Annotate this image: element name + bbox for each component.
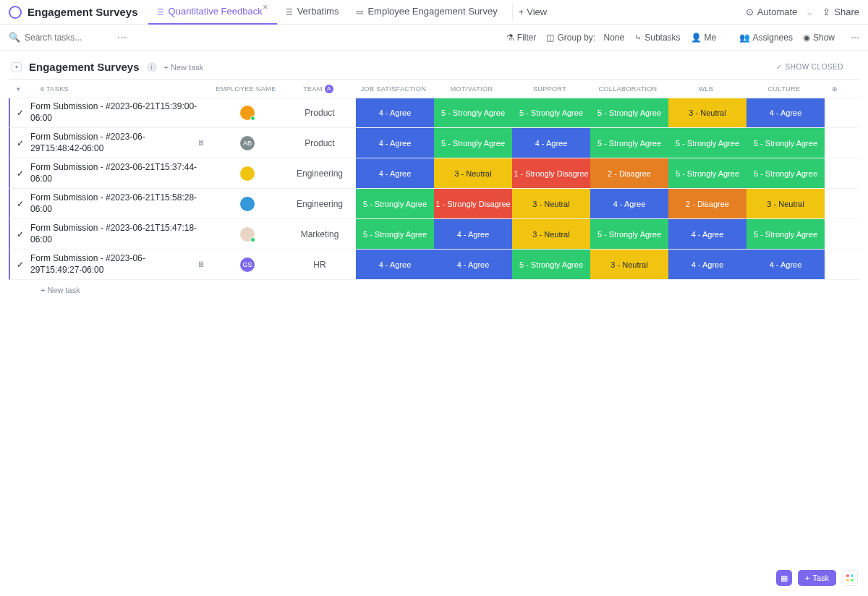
info-icon[interactable]: i [147,62,157,72]
rating-cell[interactable]: 3 - Neutral [512,219,590,249]
status-check[interactable]: ✓ [10,158,30,188]
rating-cell[interactable]: 5 - Strongly Agree [434,128,512,158]
status-check[interactable]: ✓ [10,219,30,249]
automate-button[interactable]: ⊙ Automate [746,7,798,17]
show-closed-label: SHOW CLOSED [785,63,843,71]
col-team[interactable]: TEAMA [282,85,354,93]
collapse-toggle[interactable]: ▾ [12,62,22,72]
team-cell[interactable]: HR [284,250,356,279]
rating-cell[interactable]: 5 - Strongly Agree [512,250,590,279]
rating-cell[interactable]: 4 - Agree [668,250,746,279]
rating-cell[interactable]: 4 - Agree [356,98,434,127]
col-job-satisfaction[interactable]: JOB SATISFACTION [354,85,433,93]
rating-cell[interactable]: 5 - Strongly Agree [590,219,668,249]
col-employee-name[interactable]: EMPLOYEE NAME [210,85,282,93]
status-check[interactable]: ✓ [10,189,30,218]
table-row[interactable]: ✓Form Submission - #2023-06-21T15:39:00-… [9,98,859,128]
employee-cell[interactable] [211,219,284,249]
rating-cell[interactable]: 4 - Agree [590,189,668,218]
rating-cell[interactable]: 5 - Strongly Agree [356,189,434,218]
employee-cell[interactable] [211,98,284,127]
rating-cell[interactable]: 5 - Strongly Agree [512,98,590,127]
table-row[interactable]: ✓Form Submission - #2023-06-21T15:37:44-… [9,158,859,189]
col-motivation[interactable]: MOTIVATION [433,85,511,93]
add-task-row[interactable]: + New task [9,280,859,294]
share-button[interactable]: ⇪ Share [822,7,859,17]
rating-cell[interactable]: 5 - Strongly Agree [746,219,825,249]
team-cell[interactable]: Product [284,128,356,158]
automate-dropdown[interactable] [807,7,812,17]
show-button[interactable]: ◉Show [803,33,835,43]
rating-cell[interactable]: 2 - Disagree [668,189,746,218]
col-culture[interactable]: CULTURE [745,85,823,93]
search-input[interactable] [25,33,111,43]
team-cell[interactable]: Product [284,98,356,127]
status-check[interactable]: ✓ [10,98,30,127]
rating-cell[interactable]: 4 - Agree [668,219,746,249]
task-name[interactable]: Form Submission - #2023-06-21T15:37:44-0… [30,158,211,188]
table-row[interactable]: ✓Form Submission - #2023-06-29T15:49:27-… [9,250,859,280]
task-name[interactable]: Form Submission - #2023-06-29T15:48:42-0… [30,128,211,158]
employee-cell[interactable]: AB [211,128,284,158]
tab-employee-engagement-survey[interactable]: Employee Engagement Survey [347,0,506,25]
rating-cell[interactable]: 2 - Disagree [590,158,668,188]
task-name[interactable]: Form Submission - #2023-06-21T15:58:28-0… [30,189,211,218]
rating-cell[interactable]: 3 - Neutral [746,189,825,218]
table-row[interactable]: ✓Form Submission - #2023-06-21T15:47:18-… [9,219,859,250]
check-icon: ✓ [17,138,24,148]
task-name[interactable]: Form Submission - #2023-06-21T15:47:18-0… [30,219,211,249]
table-row[interactable]: ✓Form Submission - #2023-06-29T15:48:42-… [9,128,859,158]
rating-cell[interactable]: 4 - Agree [512,128,590,158]
rating-cell[interactable]: 1 - Strongly Disagree [434,189,512,218]
rating-cell[interactable]: 5 - Strongly Agree [746,158,825,188]
more-options[interactable]: ⋯ [851,33,859,43]
rating-cell[interactable]: 5 - Strongly Agree [590,128,668,158]
rating-cell[interactable]: 4 - Agree [746,98,825,127]
rating-cell[interactable]: 5 - Strongly Agree [590,98,668,127]
rating-cell[interactable]: 4 - Agree [356,128,434,158]
show-closed-toggle[interactable]: ✓SHOW CLOSED [776,63,856,71]
group-by-button[interactable]: ◫Group by: None [546,33,624,43]
table-row[interactable]: ✓Form Submission - #2023-06-21T15:58:28-… [9,189,859,219]
rating-cell[interactable]: 1 - Strongly Disagree [512,158,590,188]
col-wlb[interactable]: WLB [667,85,745,93]
team-cell[interactable]: Marketing [284,219,356,249]
expand-col-header[interactable]: ▾ [9,85,29,93]
col-collaboration[interactable]: COLLABORATION [589,85,667,93]
me-button[interactable]: 👤Me [691,33,717,43]
subtasks-button[interactable]: ⤷Subtasks [634,33,680,43]
team-cell[interactable]: Engineering [284,158,356,188]
rating-cell[interactable]: 3 - Neutral [434,158,512,188]
close-icon[interactable]: ✕ [263,4,268,11]
more-search-options[interactable]: ⋯ [117,32,127,43]
rating-cell[interactable]: 5 - Strongly Agree [668,158,746,188]
add-view-button[interactable]: + View [519,7,548,17]
team-cell[interactable]: Engineering [284,189,356,218]
employee-cell[interactable] [211,158,284,188]
rating-cell[interactable]: 4 - Agree [434,219,512,249]
rating-cell[interactable]: 4 - Agree [434,250,512,279]
status-check[interactable]: ✓ [10,128,30,158]
add-column-button[interactable]: ⊕ [823,85,846,93]
employee-cell[interactable]: GS [211,250,284,279]
rating-cell[interactable]: 3 - Neutral [668,98,746,127]
tab-quantitative-feedback[interactable]: Quantitative Feedback ✕ [148,0,277,25]
rating-cell[interactable]: 5 - Strongly Agree [746,128,825,158]
rating-cell[interactable]: 3 - Neutral [512,189,590,218]
task-name[interactable]: Form Submission - #2023-06-21T15:39:00-0… [30,98,211,127]
rating-cell[interactable]: 4 - Agree [356,158,434,188]
rating-cell[interactable]: 5 - Strongly Agree [434,98,512,127]
status-check[interactable]: ✓ [10,250,30,279]
rating-cell[interactable]: 4 - Agree [746,250,825,279]
employee-cell[interactable] [211,189,284,218]
rating-cell[interactable]: 5 - Strongly Agree [356,219,434,249]
new-task-inline[interactable]: + New task [164,63,204,72]
rating-cell[interactable]: 3 - Neutral [590,250,668,279]
filter-button[interactable]: ⚗Filter [506,33,537,43]
rating-cell[interactable]: 4 - Agree [356,250,434,279]
assignees-button[interactable]: 👥Assignees [739,33,793,43]
rating-cell[interactable]: 5 - Strongly Agree [668,128,746,158]
task-name[interactable]: Form Submission - #2023-06-29T15:49:27-0… [30,250,211,279]
col-support[interactable]: SUPPORT [511,85,589,93]
tab-verbatims[interactable]: Verbatims [277,0,348,25]
